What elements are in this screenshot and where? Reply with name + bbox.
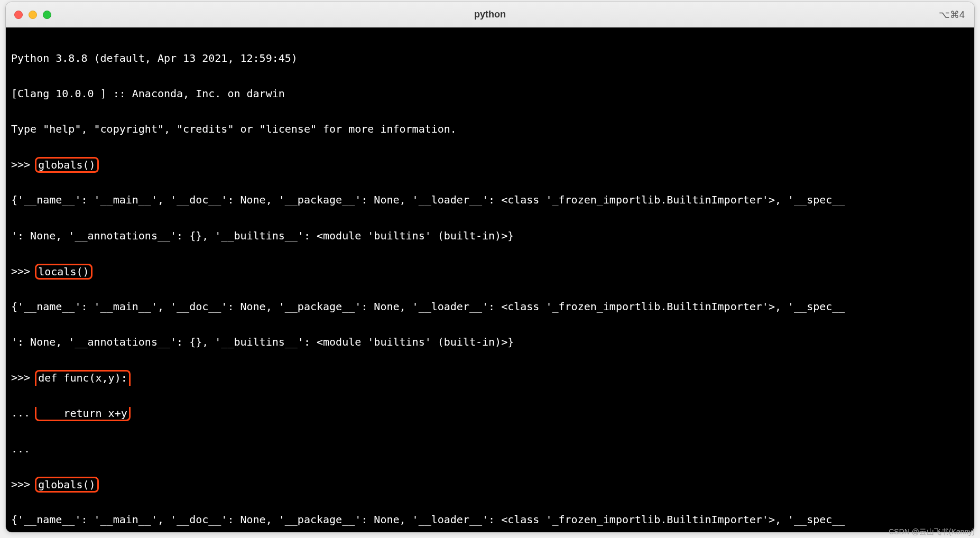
output-line: Python 3.8.8 (default, Apr 13 2021, 12:5… (11, 50, 969, 68)
prompt-line: >>> locals() (11, 263, 969, 281)
output-line: [Clang 10.0.0 ] :: Anaconda, Inc. on dar… (11, 85, 969, 103)
prompt-line: ... return x+y (11, 404, 969, 422)
highlight-box: globals() (35, 157, 98, 173)
close-icon[interactable] (14, 11, 23, 19)
output-line: {'__name__': '__main__', '__doc__': None… (11, 191, 969, 209)
prompt-line: >>> globals() (11, 156, 969, 174)
prompt-line: >>> def func(x,y): (11, 369, 969, 387)
highlight-box: locals() (35, 264, 92, 280)
window-title: python (474, 9, 506, 20)
highlight-box: def func(x,y): (35, 370, 131, 386)
highlight-box: globals() (35, 477, 98, 493)
titlebar[interactable]: python ⌥⌘4 (6, 2, 974, 27)
terminal-content[interactable]: Python 3.8.8 (default, Apr 13 2021, 12:5… (6, 27, 974, 532)
output-line: {'__name__': '__main__', '__doc__': None… (11, 511, 969, 529)
minimize-icon[interactable] (29, 11, 37, 19)
output-line: Type "help", "copyright", "credits" or "… (11, 120, 969, 138)
shortcut-hint: ⌥⌘4 (939, 9, 965, 21)
traffic-lights (14, 11, 51, 19)
output-line: ': None, '__annotations__': {}, '__built… (11, 227, 969, 245)
output-line: ': None, '__annotations__': {}, '__built… (11, 333, 969, 351)
terminal-window: python ⌥⌘4 Python 3.8.8 (default, Apr 13… (5, 2, 975, 533)
zoom-icon[interactable] (43, 11, 51, 19)
highlight-box: return x+y (35, 407, 131, 421)
output-line: {'__name__': '__main__', '__doc__': None… (11, 298, 969, 316)
watermark: CSDN @云山飞书(Kenny) (889, 527, 975, 537)
prompt-line: >>> globals() (11, 476, 969, 494)
output-line: ... (11, 440, 969, 458)
